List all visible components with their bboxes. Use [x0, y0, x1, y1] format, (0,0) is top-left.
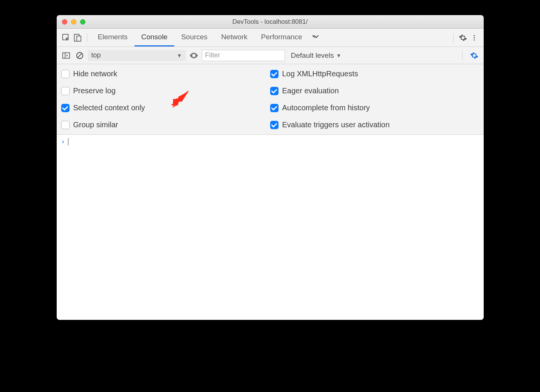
tab-elements[interactable]: Elements: [91, 29, 135, 46]
svg-point-8: [193, 54, 194, 56]
setting-label: Group similar: [73, 120, 118, 129]
console-output[interactable]: ›: [57, 135, 484, 320]
chevron-down-icon: ▼: [336, 52, 342, 59]
levels-label: Default levels: [291, 51, 334, 60]
tab-label: Performance: [261, 33, 302, 41]
tab-console[interactable]: Console: [135, 29, 175, 46]
setting-label: Autocomplete from history: [282, 103, 370, 112]
clear-console-icon[interactable]: [74, 50, 85, 61]
checkbox[interactable]: [270, 70, 279, 78]
sidebar-toggle-icon[interactable]: [60, 50, 72, 61]
setting-label: Selected context only: [73, 103, 145, 112]
titlebar: DevTools - localhost:8081/: [57, 15, 484, 29]
tab-network[interactable]: Network: [214, 29, 254, 46]
setting-selected-context-only[interactable]: Selected context only: [61, 103, 270, 112]
setting-eager-evaluation[interactable]: Eager evaluation: [270, 86, 479, 95]
setting-group-similar[interactable]: Group similar: [61, 120, 270, 129]
tab-label: Console: [141, 33, 168, 41]
console-settings-gear-icon[interactable]: [469, 50, 480, 61]
svg-point-3: [473, 35, 475, 36]
checkbox[interactable]: [61, 87, 70, 95]
console-toolbar: top ▼ Default levels ▼: [57, 47, 484, 64]
checkbox[interactable]: [270, 121, 279, 129]
divider: [462, 51, 463, 60]
settings-column-right: Log XMLHttpRequests Eager evaluation Aut…: [270, 69, 479, 129]
console-prompt[interactable]: ›: [61, 138, 479, 145]
tab-sources[interactable]: Sources: [174, 29, 214, 46]
checkbox[interactable]: [61, 121, 70, 129]
checkbox[interactable]: [270, 87, 279, 95]
window-title: DevTools - localhost:8081/: [57, 18, 484, 26]
setting-label: Preserve log: [73, 86, 116, 95]
panel-tabs: Elements Console Sources Network Perform…: [91, 29, 309, 46]
tab-label: Sources: [181, 33, 207, 41]
inspect-element-icon[interactable]: [60, 32, 72, 43]
checkbox[interactable]: [61, 70, 70, 78]
main-toolbar: Elements Console Sources Network Perform…: [57, 29, 484, 47]
settings-column-left: Hide network Preserve log Selected conte…: [61, 69, 270, 129]
devtools-window: DevTools - localhost:8081/ Elements Cons…: [57, 15, 484, 320]
setting-log-xhr[interactable]: Log XMLHttpRequests: [270, 69, 479, 78]
prompt-chevron-icon: ›: [61, 138, 65, 145]
svg-point-4: [473, 37, 475, 38]
divider: [87, 33, 87, 42]
more-tabs-icon[interactable]: [309, 33, 323, 43]
tab-label: Elements: [98, 33, 128, 41]
console-settings-panel: Hide network Preserve log Selected conte…: [57, 64, 484, 135]
setting-autocomplete-history[interactable]: Autocomplete from history: [270, 103, 479, 112]
text-cursor: [68, 138, 68, 145]
svg-point-5: [473, 39, 475, 40]
setting-label: Hide network: [73, 69, 118, 78]
tab-label: Network: [221, 33, 248, 41]
setting-label: Log XMLHttpRequests: [282, 69, 358, 78]
settings-gear-icon[interactable]: [457, 32, 469, 43]
filter-input[interactable]: [202, 50, 285, 61]
svg-rect-2: [77, 36, 81, 41]
setting-preserve-log[interactable]: Preserve log: [61, 86, 270, 95]
chevron-down-icon: ▼: [177, 52, 182, 59]
checkbox[interactable]: [270, 104, 279, 112]
setting-evaluate-user-activation[interactable]: Evaluate triggers user activation: [270, 120, 479, 129]
svg-rect-6: [62, 52, 69, 58]
tab-performance[interactable]: Performance: [254, 29, 309, 46]
setting-label: Evaluate triggers user activation: [282, 120, 390, 129]
setting-hide-network[interactable]: Hide network: [61, 69, 270, 78]
checkbox[interactable]: [61, 104, 70, 112]
log-levels-selector[interactable]: Default levels ▼: [287, 51, 345, 60]
divider: [453, 33, 453, 42]
kebab-menu-icon[interactable]: [469, 32, 480, 43]
context-selector[interactable]: top ▼: [88, 50, 186, 61]
setting-label: Eager evaluation: [282, 86, 339, 95]
context-value: top: [91, 51, 101, 59]
device-toolbar-icon[interactable]: [72, 32, 83, 43]
live-expression-icon[interactable]: [188, 50, 200, 61]
